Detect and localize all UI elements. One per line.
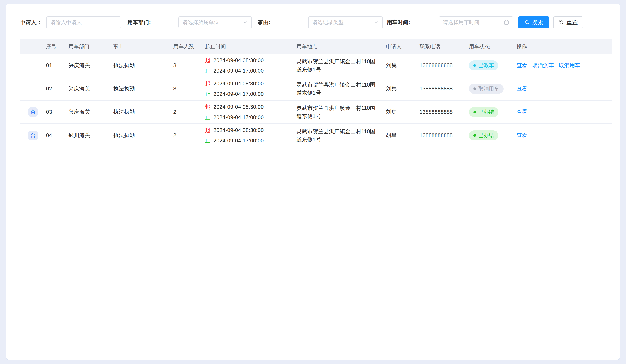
end-prefix: 止 bbox=[205, 66, 210, 75]
phone-cell: 13888888888 bbox=[420, 109, 469, 115]
actions-cell: 查看 bbox=[516, 108, 612, 116]
reason-cell: 执法执勤 bbox=[113, 62, 173, 69]
dept-cell: 银川海关 bbox=[69, 132, 113, 139]
time-label: 用车时间: bbox=[387, 16, 410, 28]
header-location: 用车地点 bbox=[296, 43, 386, 50]
reason-select[interactable]: 请选记录类型 bbox=[308, 16, 383, 28]
start-prefix: 起 bbox=[205, 79, 210, 88]
reset-button-label: 重置 bbox=[566, 19, 578, 26]
end-time: 2024-09-04 17:00:00 bbox=[213, 112, 264, 122]
time-picker-placeholder: 请选择用车时间 bbox=[443, 19, 501, 26]
people-cell: 2 bbox=[173, 109, 205, 115]
view-link[interactable]: 查看 bbox=[516, 85, 527, 93]
reason-label: 事由: bbox=[258, 16, 271, 28]
start-time: 2024-09-04 08:30:00 bbox=[213, 55, 264, 65]
phone-cell: 13888888888 bbox=[420, 132, 469, 138]
end-time: 2024-09-04 17:00:00 bbox=[213, 66, 264, 75]
status-cell: 已派车 bbox=[469, 60, 516, 71]
view-link[interactable]: 查看 bbox=[516, 108, 527, 116]
start-time: 2024-09-04 08:30:00 bbox=[213, 79, 264, 88]
merge-badge: 合 bbox=[28, 131, 38, 140]
time-picker[interactable]: 请选择用车时间 bbox=[439, 16, 513, 28]
header-actions: 操作 bbox=[516, 43, 612, 50]
applicant-cell: 刘集 bbox=[386, 108, 420, 116]
reason-cell: 执法执勤 bbox=[113, 85, 173, 93]
status-dot-icon bbox=[473, 134, 476, 137]
chevron-down-icon bbox=[373, 20, 379, 25]
header-people: 用车人数 bbox=[173, 43, 205, 50]
vehicle-table: 序号 用车部门 事由 用车人数 起止时间 用车地点 申请人 联系电话 用车状态 … bbox=[20, 39, 612, 147]
dept-cell: 兴庆海关 bbox=[69, 85, 113, 93]
applicant-label: 申请人： bbox=[20, 16, 42, 28]
header-phone: 联系电话 bbox=[420, 43, 469, 50]
status-cell: 已办结 bbox=[469, 130, 516, 141]
location-text: 灵武市贺兰县洪广镇金山村110国道东侧1号 bbox=[296, 127, 380, 144]
filter-bar: 申请人： 用车部门: 请选择所属单位 事由: 请选记录类型 用车时间: 请选择用… bbox=[6, 16, 620, 28]
times-cell: 起2024-09-04 08:30:00 止2024-09-04 17:00:0… bbox=[205, 55, 296, 75]
cancel-dispatch-link[interactable]: 取消派车 bbox=[532, 62, 554, 69]
calendar-icon bbox=[504, 20, 509, 25]
people-cell: 3 bbox=[173, 86, 205, 92]
merge-cell: 合 bbox=[20, 107, 46, 117]
search-button[interactable]: 搜索 bbox=[518, 16, 549, 28]
reset-icon bbox=[559, 20, 564, 25]
status-dot-icon bbox=[473, 64, 476, 67]
times-cell: 起2024-09-04 08:30:00 止2024-09-04 17:00:0… bbox=[205, 79, 296, 99]
no-cell: 02 bbox=[46, 86, 69, 92]
cancel-vehicle-link[interactable]: 取消用车 bbox=[559, 62, 580, 69]
header-status: 用车状态 bbox=[469, 43, 516, 50]
department-label: 用车部门: bbox=[127, 16, 151, 28]
times-cell: 起2024-09-04 08:30:00 止2024-09-04 17:00:0… bbox=[205, 102, 296, 122]
status-cell: 取消用车 bbox=[469, 84, 516, 94]
status-cell: 已办结 bbox=[469, 107, 516, 117]
search-icon bbox=[524, 20, 530, 25]
phone-cell: 13888888888 bbox=[420, 62, 469, 69]
end-prefix: 止 bbox=[205, 136, 210, 146]
status-dot-icon bbox=[473, 87, 476, 90]
location-cell: 灵武市贺兰县洪广镇金山村110国道东侧1号 bbox=[296, 127, 386, 144]
table-header-row: 序号 用车部门 事由 用车人数 起止时间 用车地点 申请人 联系电话 用车状态 … bbox=[20, 39, 612, 54]
people-cell: 2 bbox=[173, 132, 205, 138]
no-cell: 03 bbox=[46, 109, 69, 115]
phone-cell: 13888888888 bbox=[420, 86, 469, 92]
status-dot-icon bbox=[473, 111, 476, 113]
table-row: 合 03 兴庆海关 执法执勤 2 起2024-09-04 08:30:00 止2… bbox=[20, 101, 612, 124]
view-link[interactable]: 查看 bbox=[516, 62, 527, 69]
end-prefix: 止 bbox=[205, 89, 210, 99]
reason-cell: 执法执勤 bbox=[113, 132, 173, 139]
view-link[interactable]: 查看 bbox=[516, 132, 527, 139]
times-cell: 起2024-09-04 08:30:00 止2024-09-04 17:00:0… bbox=[205, 125, 296, 146]
status-badge: 已派车 bbox=[469, 60, 498, 71]
applicant-input[interactable] bbox=[50, 19, 117, 25]
status-badge: 取消用车 bbox=[469, 84, 504, 94]
applicant-cell: 刘集 bbox=[386, 62, 420, 69]
merge-badge: 合 bbox=[28, 107, 38, 117]
end-prefix: 止 bbox=[205, 112, 210, 122]
status-badge: 已办结 bbox=[469, 130, 498, 141]
department-select[interactable]: 请选择所属单位 bbox=[178, 16, 252, 28]
table-row: 01 兴庆海关 执法执勤 3 起2024-09-04 08:30:00 止202… bbox=[20, 54, 612, 77]
reset-button[interactable]: 重置 bbox=[553, 16, 583, 28]
applicant-input-wrap bbox=[46, 16, 121, 28]
status-badge: 已办结 bbox=[469, 107, 498, 117]
start-time: 2024-09-04 08:30:00 bbox=[213, 102, 264, 112]
start-prefix: 起 bbox=[205, 102, 210, 112]
actions-cell: 查看 bbox=[516, 85, 612, 93]
actions-cell: 查看 bbox=[516, 132, 612, 139]
main-card: 申请人： 用车部门: 请选择所属单位 事由: 请选记录类型 用车时间: 请选择用… bbox=[6, 4, 620, 360]
location-cell: 灵武市贺兰县洪广镇金山村110国道东侧1号 bbox=[296, 80, 386, 97]
header-applicant: 申请人 bbox=[386, 43, 420, 50]
location-text: 灵武市贺兰县洪广镇金山村110国道东侧1号 bbox=[296, 57, 380, 74]
people-cell: 3 bbox=[173, 62, 205, 69]
dept-cell: 兴庆海关 bbox=[69, 62, 113, 69]
header-dept: 用车部门 bbox=[69, 43, 113, 50]
table-row: 合 04 银川海关 执法执勤 2 起2024-09-04 08:30:00 止2… bbox=[20, 124, 612, 147]
start-prefix: 起 bbox=[205, 125, 210, 135]
applicant-cell: 刘集 bbox=[386, 85, 420, 93]
location-cell: 灵武市贺兰县洪广镇金山村110国道东侧1号 bbox=[296, 57, 386, 74]
department-select-placeholder: 请选择所属单位 bbox=[182, 19, 240, 26]
actions-cell: 查看 取消派车 取消用车 bbox=[516, 62, 612, 69]
applicant-cell: 胡星 bbox=[386, 132, 420, 139]
end-time: 2024-09-04 17:00:00 bbox=[213, 136, 264, 146]
merge-cell: 合 bbox=[20, 131, 46, 140]
